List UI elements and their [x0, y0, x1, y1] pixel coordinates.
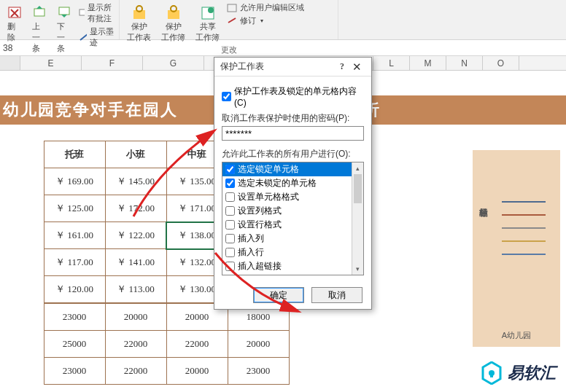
permission-checkbox[interactable]: [225, 206, 235, 216]
permission-label: 插入列: [238, 232, 264, 245]
cell[interactable]: 22000: [166, 331, 228, 358]
password-input[interactable]: [222, 126, 364, 141]
chart-series-line: [502, 214, 546, 216]
table-row: ￥ 117.00￥ 141.00￥ 132.00￥: [0, 249, 245, 276]
cell[interactable]: 22000: [105, 358, 166, 385]
scroll-thumb[interactable]: [354, 174, 362, 203]
show-ink-label: 显示墨迹: [90, 26, 115, 48]
next-comment-button[interactable]: 下一条: [54, 1, 74, 55]
permission-checkbox[interactable]: [225, 220, 235, 230]
show-ink-button[interactable]: 显示墨迹: [79, 26, 115, 49]
scroll-up-icon[interactable]: ▴: [352, 162, 363, 174]
show-all-comments-button[interactable]: 显示所有批注: [79, 1, 115, 25]
svg-point-9: [208, 7, 214, 13]
next-comment-icon: [57, 3, 71, 20]
show-all-label: 显示所有批注: [88, 2, 115, 24]
cell[interactable]: 20000: [228, 331, 289, 358]
edit-range-button[interactable]: 允许用户编辑区域: [227, 1, 304, 14]
permission-checkbox[interactable]: [225, 165, 235, 174]
protect-sheet-button[interactable]: 保护 工作表: [124, 1, 154, 44]
protect-contents-checkbox-input[interactable]: [222, 92, 231, 101]
cell[interactable]: 23000: [44, 358, 105, 385]
cancel-button[interactable]: 取消: [311, 287, 363, 303]
cell[interactable]: ￥ 117.00: [44, 249, 105, 276]
edit-range-label: 允许用户编辑区域: [240, 2, 304, 13]
select-all-corner[interactable]: [0, 56, 20, 70]
col-header[interactable]: G: [143, 56, 204, 70]
cell[interactable]: ￥ 161.00: [44, 222, 105, 249]
dialog-title: 保护工作表: [220, 60, 336, 73]
protect-book-label: 保护 工作簿: [161, 21, 185, 43]
cell[interactable]: 20000: [105, 304, 166, 331]
share-book-button[interactable]: 共享 工作簿: [193, 1, 222, 44]
lock-sheet-icon: [132, 3, 147, 20]
col-header[interactable]: O: [483, 56, 519, 70]
chart-series-line: [502, 227, 546, 229]
permission-item[interactable]: 设置单元格格式: [222, 190, 363, 204]
dialog-titlebar[interactable]: 保护工作表 ? ✕: [214, 58, 371, 77]
cell[interactable]: ￥ 141.00: [105, 249, 166, 276]
cell[interactable]: ￥ 125.00: [44, 195, 105, 222]
close-icon[interactable]: ✕: [348, 60, 365, 74]
table-row: ￥ 125.00￥ 172.00￥ 171.00￥: [0, 195, 245, 222]
permission-item[interactable]: 选定未锁定的单元格: [222, 176, 363, 190]
delete-comment-icon: [7, 3, 22, 20]
track-changes-button[interactable]: 修订▾: [227, 15, 304, 27]
col-header[interactable]: N: [446, 56, 483, 70]
table-row: 23000220002000023000: [0, 358, 289, 385]
cell[interactable]: 23000: [228, 358, 289, 385]
cell[interactable]: ￥ 172.00: [105, 195, 166, 222]
permission-item[interactable]: 选定锁定单元格: [222, 162, 363, 176]
delete-comment-button[interactable]: 删除: [4, 1, 25, 55]
cell[interactable]: 20000: [166, 358, 228, 385]
next-comment-label: 下一条: [57, 21, 71, 54]
permission-checkbox[interactable]: [225, 192, 235, 202]
track-icon: [227, 17, 237, 26]
cell[interactable]: ￥ 169.00: [44, 168, 105, 195]
ink-icon: [79, 33, 87, 42]
cell[interactable]: ￥ 122.00: [105, 222, 166, 249]
listbox-scrollbar[interactable]: ▴ ▾: [352, 162, 363, 275]
permission-label: 设置行格式: [238, 219, 282, 231]
share-book-label: 共享 工作簿: [195, 21, 220, 43]
svg-rect-1: [34, 9, 44, 16]
permission-checkbox[interactable]: [225, 234, 235, 243]
cell[interactable]: 25000: [44, 331, 105, 358]
svg-rect-2: [59, 7, 69, 15]
col-header[interactable]: M: [410, 56, 446, 70]
chart-series-line: [502, 201, 546, 203]
permission-checkbox[interactable]: [225, 179, 235, 188]
protect-contents-label: 保护工作表及锁定的单元格内容(C): [234, 85, 364, 108]
permission-checkbox[interactable]: [225, 248, 235, 257]
col-header[interactable]: L: [373, 56, 410, 70]
permission-item[interactable]: 插入列: [222, 232, 363, 246]
permission-label: 选定未锁定的单元格: [238, 177, 317, 189]
permission-item[interactable]: 插入超链接: [222, 259, 363, 273]
permission-checkbox[interactable]: [225, 262, 235, 271]
permission-item[interactable]: 删除列: [222, 273, 363, 275]
logo-icon: [481, 361, 502, 385]
table-header[interactable]: 小班: [105, 141, 166, 168]
cell[interactable]: ￥ 145.00: [105, 168, 166, 195]
help-icon[interactable]: ?: [336, 61, 348, 72]
cell[interactable]: ￥ 120.00: [44, 276, 105, 303]
watermark-logo: 易软汇: [481, 361, 556, 385]
cell[interactable]: 22000: [105, 331, 166, 358]
protect-book-button[interactable]: 保护 工作簿: [158, 1, 188, 44]
scroll-down-icon[interactable]: ▾: [352, 263, 363, 275]
permissions-listbox[interactable]: 选定锁定单元格选定未锁定的单元格设置单元格格式设置列格式设置行格式插入列插入行插…: [222, 162, 364, 275]
table-header[interactable]: 托班: [44, 141, 105, 168]
prev-comment-button[interactable]: 上一条: [29, 1, 50, 55]
permission-item[interactable]: 插入行: [222, 246, 363, 259]
permission-item[interactable]: 设置列格式: [222, 204, 363, 218]
sum-table: 2300020000200001800025000220002200020000…: [0, 303, 290, 385]
permission-item[interactable]: 设置行格式: [222, 218, 363, 232]
permission-label: 设置单元格格式: [238, 191, 299, 203]
protect-contents-checkbox[interactable]: 保护工作表及锁定的单元格内容(C): [222, 85, 364, 108]
cell[interactable]: 23000: [44, 304, 105, 331]
svg-rect-3: [80, 9, 85, 15]
col-header[interactable]: E: [20, 56, 82, 70]
cell[interactable]: ￥ 113.00: [105, 276, 166, 303]
ok-button[interactable]: 确定: [253, 287, 304, 303]
col-header[interactable]: F: [82, 56, 143, 70]
